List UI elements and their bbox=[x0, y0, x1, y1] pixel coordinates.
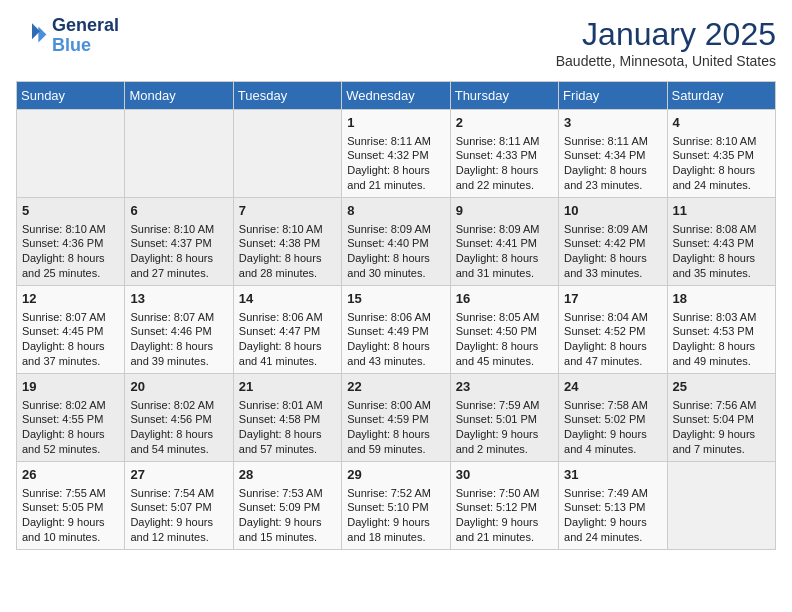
day-info: Daylight: 8 hours and 35 minutes. bbox=[673, 251, 770, 281]
location: Baudette, Minnesota, United States bbox=[556, 53, 776, 69]
day-number: 10 bbox=[564, 202, 661, 220]
day-info: Sunset: 4:36 PM bbox=[22, 236, 119, 251]
calendar-cell: 26Sunrise: 7:55 AMSunset: 5:05 PMDayligh… bbox=[17, 462, 125, 550]
day-number: 29 bbox=[347, 466, 444, 484]
day-number: 27 bbox=[130, 466, 227, 484]
day-info: Sunrise: 7:54 AM bbox=[130, 486, 227, 501]
day-info: Daylight: 8 hours and 28 minutes. bbox=[239, 251, 336, 281]
day-info: Sunrise: 8:07 AM bbox=[22, 310, 119, 325]
day-number: 16 bbox=[456, 290, 553, 308]
day-number: 21 bbox=[239, 378, 336, 396]
day-info: Sunset: 4:41 PM bbox=[456, 236, 553, 251]
calendar-cell: 31Sunrise: 7:49 AMSunset: 5:13 PMDayligh… bbox=[559, 462, 667, 550]
day-number: 31 bbox=[564, 466, 661, 484]
day-info: Daylight: 8 hours and 33 minutes. bbox=[564, 251, 661, 281]
day-number: 7 bbox=[239, 202, 336, 220]
day-number: 8 bbox=[347, 202, 444, 220]
day-info: Daylight: 8 hours and 54 minutes. bbox=[130, 427, 227, 457]
day-number: 1 bbox=[347, 114, 444, 132]
day-info: Sunrise: 8:05 AM bbox=[456, 310, 553, 325]
day-info: Sunset: 4:38 PM bbox=[239, 236, 336, 251]
calendar-cell: 1Sunrise: 8:11 AMSunset: 4:32 PMDaylight… bbox=[342, 110, 450, 198]
calendar-cell: 24Sunrise: 7:58 AMSunset: 5:02 PMDayligh… bbox=[559, 374, 667, 462]
calendar-week-row: 12Sunrise: 8:07 AMSunset: 4:45 PMDayligh… bbox=[17, 286, 776, 374]
calendar-cell: 22Sunrise: 8:00 AMSunset: 4:59 PMDayligh… bbox=[342, 374, 450, 462]
calendar-cell: 6Sunrise: 8:10 AMSunset: 4:37 PMDaylight… bbox=[125, 198, 233, 286]
day-info: Sunset: 4:47 PM bbox=[239, 324, 336, 339]
calendar-cell: 19Sunrise: 8:02 AMSunset: 4:55 PMDayligh… bbox=[17, 374, 125, 462]
day-info: Sunrise: 8:02 AM bbox=[130, 398, 227, 413]
calendar-cell: 27Sunrise: 7:54 AMSunset: 5:07 PMDayligh… bbox=[125, 462, 233, 550]
day-info: Sunrise: 8:09 AM bbox=[347, 222, 444, 237]
calendar-cell: 28Sunrise: 7:53 AMSunset: 5:09 PMDayligh… bbox=[233, 462, 341, 550]
day-number: 28 bbox=[239, 466, 336, 484]
day-info: Sunset: 5:01 PM bbox=[456, 412, 553, 427]
day-number: 22 bbox=[347, 378, 444, 396]
day-number: 11 bbox=[673, 202, 770, 220]
day-info: Sunset: 4:33 PM bbox=[456, 148, 553, 163]
day-info: Daylight: 9 hours and 4 minutes. bbox=[564, 427, 661, 457]
day-info: Sunrise: 7:59 AM bbox=[456, 398, 553, 413]
day-info: Daylight: 8 hours and 31 minutes. bbox=[456, 251, 553, 281]
calendar-cell: 13Sunrise: 8:07 AMSunset: 4:46 PMDayligh… bbox=[125, 286, 233, 374]
day-info: Sunrise: 8:06 AM bbox=[347, 310, 444, 325]
calendar-cell: 10Sunrise: 8:09 AMSunset: 4:42 PMDayligh… bbox=[559, 198, 667, 286]
day-info: Sunset: 4:46 PM bbox=[130, 324, 227, 339]
day-info: Daylight: 9 hours and 10 minutes. bbox=[22, 515, 119, 545]
day-info: Daylight: 9 hours and 2 minutes. bbox=[456, 427, 553, 457]
calendar-cell: 12Sunrise: 8:07 AMSunset: 4:45 PMDayligh… bbox=[17, 286, 125, 374]
calendar-week-row: 1Sunrise: 8:11 AMSunset: 4:32 PMDaylight… bbox=[17, 110, 776, 198]
day-info: Sunrise: 7:53 AM bbox=[239, 486, 336, 501]
day-info: Sunrise: 8:10 AM bbox=[130, 222, 227, 237]
day-info: Sunrise: 8:11 AM bbox=[347, 134, 444, 149]
calendar-cell: 18Sunrise: 8:03 AMSunset: 4:53 PMDayligh… bbox=[667, 286, 775, 374]
day-info: Daylight: 9 hours and 24 minutes. bbox=[564, 515, 661, 545]
day-number: 14 bbox=[239, 290, 336, 308]
day-info: Sunrise: 8:01 AM bbox=[239, 398, 336, 413]
day-info: Sunrise: 8:03 AM bbox=[673, 310, 770, 325]
day-of-week-header: Thursday bbox=[450, 82, 558, 110]
day-info: Daylight: 8 hours and 52 minutes. bbox=[22, 427, 119, 457]
calendar-cell: 25Sunrise: 7:56 AMSunset: 5:04 PMDayligh… bbox=[667, 374, 775, 462]
calendar-cell: 14Sunrise: 8:06 AMSunset: 4:47 PMDayligh… bbox=[233, 286, 341, 374]
day-number: 3 bbox=[564, 114, 661, 132]
title-block: January 2025 Baudette, Minnesota, United… bbox=[556, 16, 776, 69]
day-info: Sunset: 5:12 PM bbox=[456, 500, 553, 515]
day-number: 9 bbox=[456, 202, 553, 220]
day-info: Daylight: 8 hours and 57 minutes. bbox=[239, 427, 336, 457]
calendar-header-row: SundayMondayTuesdayWednesdayThursdayFrid… bbox=[17, 82, 776, 110]
day-info: Daylight: 9 hours and 18 minutes. bbox=[347, 515, 444, 545]
day-number: 15 bbox=[347, 290, 444, 308]
day-number: 13 bbox=[130, 290, 227, 308]
day-info: Sunset: 5:05 PM bbox=[22, 500, 119, 515]
day-info: Daylight: 8 hours and 45 minutes. bbox=[456, 339, 553, 369]
day-number: 4 bbox=[673, 114, 770, 132]
calendar-cell bbox=[233, 110, 341, 198]
calendar-cell: 9Sunrise: 8:09 AMSunset: 4:41 PMDaylight… bbox=[450, 198, 558, 286]
day-info: Sunrise: 7:55 AM bbox=[22, 486, 119, 501]
day-info: Sunset: 4:35 PM bbox=[673, 148, 770, 163]
day-info: Sunset: 4:55 PM bbox=[22, 412, 119, 427]
day-number: 2 bbox=[456, 114, 553, 132]
calendar-cell: 4Sunrise: 8:10 AMSunset: 4:35 PMDaylight… bbox=[667, 110, 775, 198]
day-info: Daylight: 8 hours and 37 minutes. bbox=[22, 339, 119, 369]
day-info: Sunrise: 8:10 AM bbox=[673, 134, 770, 149]
logo: General Blue bbox=[16, 16, 119, 56]
calendar-week-row: 5Sunrise: 8:10 AMSunset: 4:36 PMDaylight… bbox=[17, 198, 776, 286]
day-info: Sunset: 5:10 PM bbox=[347, 500, 444, 515]
day-number: 30 bbox=[456, 466, 553, 484]
calendar-week-row: 19Sunrise: 8:02 AMSunset: 4:55 PMDayligh… bbox=[17, 374, 776, 462]
calendar-cell: 16Sunrise: 8:05 AMSunset: 4:50 PMDayligh… bbox=[450, 286, 558, 374]
day-info: Sunset: 4:40 PM bbox=[347, 236, 444, 251]
calendar-cell: 29Sunrise: 7:52 AMSunset: 5:10 PMDayligh… bbox=[342, 462, 450, 550]
day-info: Sunrise: 8:10 AM bbox=[239, 222, 336, 237]
day-info: Sunset: 4:43 PM bbox=[673, 236, 770, 251]
day-info: Sunrise: 7:56 AM bbox=[673, 398, 770, 413]
page-header: General Blue January 2025 Baudette, Minn… bbox=[16, 16, 776, 69]
day-info: Sunrise: 8:11 AM bbox=[564, 134, 661, 149]
day-info: Sunrise: 7:58 AM bbox=[564, 398, 661, 413]
day-of-week-header: Friday bbox=[559, 82, 667, 110]
svg-marker-0 bbox=[38, 26, 46, 42]
day-info: Sunset: 4:34 PM bbox=[564, 148, 661, 163]
day-of-week-header: Wednesday bbox=[342, 82, 450, 110]
